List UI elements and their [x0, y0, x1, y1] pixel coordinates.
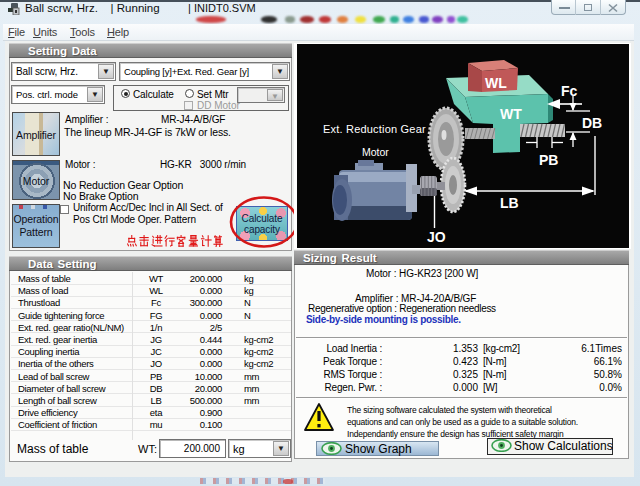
- svg-text:Fc: Fc: [561, 83, 578, 99]
- svg-text:Motor: Motor: [362, 146, 389, 158]
- svg-text:PB: PB: [539, 152, 558, 168]
- svg-text:WL: WL: [485, 75, 507, 91]
- svg-text:Ext. Reduction Gear: Ext. Reduction Gear: [323, 123, 426, 135]
- svg-text:DB: DB: [582, 115, 602, 131]
- svg-text:JO: JO: [427, 229, 446, 245]
- svg-text:WT: WT: [500, 106, 522, 122]
- svg-text:LB: LB: [500, 195, 519, 211]
